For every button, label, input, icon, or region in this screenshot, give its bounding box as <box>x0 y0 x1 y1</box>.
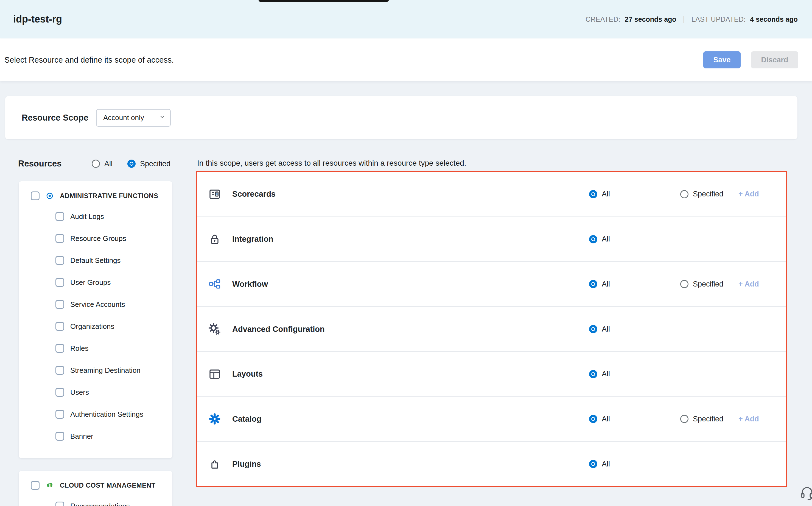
workflow-all-option[interactable]: All <box>589 280 680 288</box>
resources-specified-option[interactable]: Specified <box>127 160 171 168</box>
resource-type-label: Plugins <box>232 459 589 469</box>
row-plugins: Plugins All <box>197 442 786 486</box>
resource-item[interactable]: Organizations <box>56 315 172 337</box>
group-name: ADMINISTRATIVE FUNCTIONS <box>60 192 158 200</box>
resource-scope-card: Resource Scope Account only <box>5 96 797 139</box>
item-checkbox[interactable] <box>56 256 64 265</box>
item-label: Recommendations <box>70 502 130 506</box>
item-checkbox[interactable] <box>56 212 64 221</box>
plugins-all-option[interactable]: All <box>589 460 680 469</box>
resources-mode-radio-group: All Specified <box>92 160 171 168</box>
layouts-icon <box>208 367 221 381</box>
resource-item[interactable]: Users <box>56 381 172 403</box>
item-checkbox[interactable] <box>56 322 64 331</box>
updated-label: LAST UPDATED: <box>692 15 745 23</box>
resources-title: Resources <box>18 159 92 169</box>
resource-type-label: Advanced Configuration <box>232 325 589 334</box>
radio-unselected-icon <box>680 415 689 423</box>
group-header: $ CLOUD COST MANAGEMENT <box>31 481 172 490</box>
save-button[interactable]: Save <box>703 51 741 68</box>
screen-artifact <box>259 0 389 2</box>
scorecards-icon: 8 <box>208 188 221 201</box>
resource-scope-dropdown[interactable]: Account only <box>96 109 171 126</box>
group-checkbox[interactable] <box>31 191 39 200</box>
group-card-cloud-cost-management: $ CLOUD COST MANAGEMENT Recommendations <box>19 471 172 506</box>
resource-item[interactable]: Service Accounts <box>56 293 172 315</box>
item-label: Roles <box>70 344 88 353</box>
scope-description: In this scope, users get access to all r… <box>197 159 466 168</box>
svg-text:8: 8 <box>216 192 218 196</box>
resource-type-label: Catalog <box>232 415 589 424</box>
item-checkbox[interactable] <box>56 502 64 506</box>
item-label: Streaming Destination <box>70 366 140 375</box>
item-checkbox[interactable] <box>56 344 64 353</box>
item-label: Service Accounts <box>70 300 125 309</box>
row-scorecards: 8 Scorecards All Specified + Add <box>197 172 786 217</box>
item-checkbox[interactable] <box>56 366 64 375</box>
admin-functions-icon <box>45 191 55 200</box>
radio-unselected-icon <box>92 160 100 168</box>
radio-selected-icon <box>589 235 597 243</box>
resource-type-label: Workflow <box>232 280 589 289</box>
item-checkbox[interactable] <box>56 234 64 243</box>
catalog-icon <box>208 412 221 425</box>
resource-item[interactable]: Banner <box>56 425 172 447</box>
resource-types-panel-highlighted: 8 Scorecards All Specified + Add Integra… <box>196 171 787 487</box>
item-checkbox[interactable] <box>56 432 64 441</box>
page-header: idp-test-rg CREATED: 27 seconds ago | LA… <box>0 0 812 38</box>
chevron-down-icon <box>159 113 166 122</box>
advanced-configuration-all-option[interactable]: All <box>589 325 680 334</box>
all-label: All <box>602 460 610 469</box>
catalog-all-option[interactable]: All <box>589 415 680 423</box>
row-advanced-configuration: Advanced Configuration All <box>197 307 786 352</box>
scorecards-all-option[interactable]: All <box>589 190 680 198</box>
resources-all-option[interactable]: All <box>92 160 113 168</box>
item-checkbox[interactable] <box>56 410 64 419</box>
resource-item[interactable]: Default Settings <box>56 249 172 271</box>
catalog-add-button[interactable]: + Add <box>738 415 759 423</box>
created-value: 27 seconds ago <box>625 15 677 23</box>
catalog-specified-option[interactable]: Specified <box>680 415 738 423</box>
all-label: All <box>602 415 610 423</box>
advanced-configuration-icon <box>208 323 221 336</box>
all-label: All <box>602 370 610 378</box>
item-checkbox[interactable] <box>56 300 64 309</box>
support-icon[interactable] <box>799 486 812 501</box>
resource-type-label: Integration <box>232 235 589 244</box>
item-label: Audit Logs <box>70 213 104 221</box>
workflow-specified-option[interactable]: Specified <box>680 280 738 288</box>
radio-selected-icon <box>589 415 597 423</box>
svg-text:$: $ <box>49 484 51 488</box>
resource-item[interactable]: Audit Logs <box>56 205 172 228</box>
page-title: idp-test-rg <box>13 13 62 25</box>
resource-item[interactable]: Authentication Settings <box>56 403 172 425</box>
radio-selected-icon <box>127 160 135 168</box>
item-label: Banner <box>70 432 93 441</box>
radio-unselected-icon <box>680 190 689 198</box>
integration-all-option[interactable]: All <box>589 235 680 243</box>
resource-item[interactable]: User Groups <box>56 271 172 293</box>
item-label: Default Settings <box>70 256 121 265</box>
resource-type-label: Layouts <box>232 369 589 378</box>
layouts-all-option[interactable]: All <box>589 370 680 378</box>
item-checkbox[interactable] <box>56 388 64 397</box>
instruction-text: Select Resource and define its scope of … <box>4 56 174 65</box>
all-label: All <box>602 190 610 198</box>
row-workflow: Workflow All Specified + Add <box>197 262 786 307</box>
discard-button[interactable]: Discard <box>751 51 798 68</box>
scorecards-specified-option[interactable]: Specified <box>680 190 738 198</box>
timestamps: CREATED: 27 seconds ago | LAST UPDATED: … <box>586 15 798 24</box>
group-checkbox[interactable] <box>31 481 39 490</box>
cloud-cost-icon: $ <box>45 481 55 490</box>
resource-item[interactable]: Recommendations <box>56 495 172 506</box>
radio-selected-icon <box>589 460 597 468</box>
item-checkbox[interactable] <box>56 278 64 287</box>
resource-item[interactable]: Roles <box>56 337 172 359</box>
plugins-icon <box>208 457 221 471</box>
resource-item[interactable]: Resource Groups <box>56 228 172 249</box>
item-label: Users <box>70 388 89 397</box>
scorecards-add-button[interactable]: + Add <box>738 190 759 198</box>
workflow-icon <box>208 277 221 290</box>
workflow-add-button[interactable]: + Add <box>738 280 759 288</box>
resource-item[interactable]: Streaming Destination <box>56 359 172 381</box>
